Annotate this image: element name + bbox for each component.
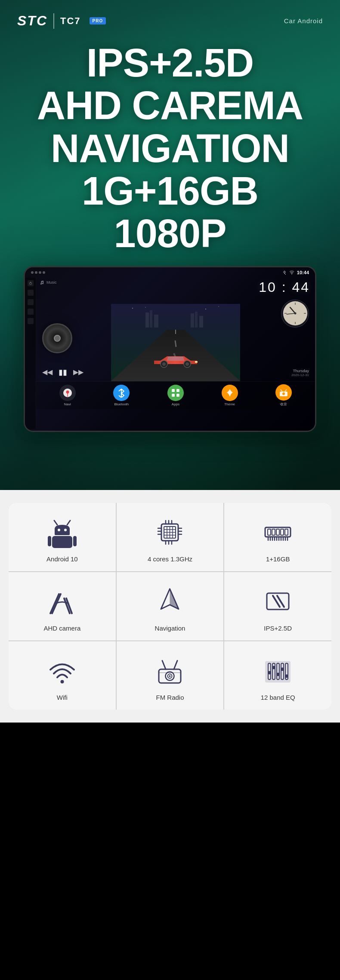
svg-rect-11 [191,313,194,328]
ahd-camera-label: AHD camera [43,625,80,632]
app-bluetooth[interactable]: Bluetooth [113,385,130,406]
svg-rect-10 [154,315,158,328]
stc-logo: STC [17,13,47,29]
app-apps[interactable]: Apps [167,385,184,406]
play-btn[interactable]: ▮▮ [59,368,67,377]
clock-face-svg [282,300,308,326]
radio-app-icon [279,388,288,397]
svg-point-15 [145,307,146,308]
hero-text-block: IPS+2.5D AHD CAREMA NAVIGATION 1G+16GB 1… [0,33,340,260]
next-btn[interactable]: ▶▶ [73,368,83,376]
feature-ips: IPS+2.5D [224,572,331,640]
svg-point-91 [60,680,64,683]
svg-rect-12 [195,312,198,328]
cpu-svg [154,516,186,548]
device-screen: 10:44 [25,267,315,431]
svg-rect-72 [272,529,275,535]
nav-svg [154,585,186,618]
day-label: Thursday [291,369,309,373]
navi-label: Navi [64,402,71,406]
hero-heading: IPS+2.5D AHD CAREMA NAVIGATION 1G+16GB 1… [9,42,331,255]
wifi-svg [46,655,78,687]
svg-rect-33 [172,389,175,392]
wifi-feature-icon [45,653,79,688]
svg-rect-35 [172,394,175,397]
svg-rect-103 [272,666,275,669]
theme-label: Theme [224,402,235,406]
feature-wifi: Wifi [9,641,116,710]
app-navi[interactable]: Navi [59,385,76,406]
cpu-icon [153,515,187,549]
svg-line-6 [175,340,176,347]
fm-svg [154,655,186,687]
car-silhouette [152,351,199,371]
date-display: Thursday 2020-12-31 [291,369,309,377]
svg-point-16 [205,309,206,309]
app-theme[interactable]: Theme [222,385,238,406]
svg-point-44 [64,529,67,531]
screen-visual-area: ◀◀ ▮▮ ▶▶ Thursday 2020-12-31 [36,295,315,381]
sidebar-vol-up-btn [28,309,34,315]
music-disc [42,323,72,353]
wifi-icon-screen [289,270,294,275]
prev-btn[interactable]: ◀◀ [42,368,53,376]
music-note-icon [40,280,45,285]
sidebar-back-btn [28,299,34,305]
disc-center [54,335,61,342]
navi-icon [63,388,72,398]
feature-cpu: 4 cores 1.3GHz [117,503,224,571]
navigation-label: Navigation [155,625,185,632]
svg-rect-34 [176,389,179,392]
power-icon [29,282,32,285]
svg-line-97 [174,661,177,669]
pro-badge: PRO [90,17,106,24]
svg-rect-13 [199,316,203,328]
svg-rect-36 [176,394,179,397]
svg-point-0 [291,274,292,275]
svg-line-96 [162,661,166,669]
feature-ahd-camera: AHD camera [9,572,116,640]
theme-icon-bg [222,385,238,401]
ips-svg [262,585,294,618]
hero-line2: AHD CAREMA [37,83,303,127]
eq-icon [261,653,295,688]
svg-point-38 [282,392,285,395]
svg-rect-101 [268,671,271,674]
app-icons-row: Navi Bluetooth [36,381,315,409]
sidebar-vol-dn-btn [28,318,34,324]
eq-svg [262,655,294,687]
screen-time-display: 10:44 [297,270,309,275]
logo-divider [53,13,54,29]
cpu-label: 4 cores 1.3GHz [148,555,192,563]
svg-rect-47 [73,536,77,546]
device-mockup-area: 10:44 [0,266,340,432]
feature-navigation: Navigation [117,572,224,640]
svg-rect-71 [268,529,271,535]
ahd-svg [46,585,78,618]
svg-rect-105 [277,673,279,676]
svg-point-19 [162,362,166,366]
android10-label: Android 10 [46,555,78,563]
ips-icon [261,584,295,619]
feature-android10: Android 10 [9,503,116,571]
bluetooth-label: Bluetooth [114,402,129,406]
svg-rect-8 [145,312,149,328]
theme-icon [225,388,235,398]
app-radio[interactable]: 收音 [275,384,292,407]
radio-label: 收音 [280,402,287,407]
hero-section: STC TC7 PRO Car Android IPS+2.5D AHD CAR… [0,0,340,490]
hero-line3: NAVIGATION [51,126,289,170]
ram-svg [262,516,294,548]
eq-label: 12 band EQ [261,694,295,701]
ahd-camera-icon [45,584,79,619]
navi-icon-bg [59,385,76,401]
hero-line5: 1080P [114,211,226,255]
screen-top-row: Music 10 : 44 [36,278,315,295]
bluetooth-icon-bg [113,385,130,401]
ips-label: IPS+2.5D [264,625,292,632]
tagline-label: Car Android [284,17,323,24]
svg-line-40 [285,389,287,392]
svg-rect-22 [195,361,198,363]
sidebar-home-btn [28,290,34,296]
ram-icon [261,515,295,549]
